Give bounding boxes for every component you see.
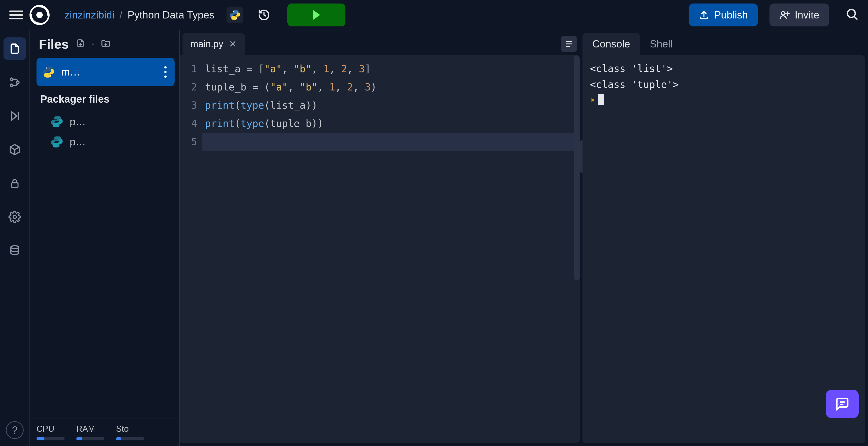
publish-label: Publish: [714, 9, 748, 21]
rail-database-icon[interactable]: [3, 239, 26, 262]
files-title: Files: [39, 36, 69, 52]
file-row-main[interactable]: m…: [36, 58, 175, 86]
meter-cpu[interactable]: CPU: [36, 424, 65, 440]
upload-icon: [699, 10, 709, 20]
rail-files-icon[interactable]: [3, 37, 26, 60]
meter-ram-label: RAM: [76, 424, 104, 434]
format-code-icon[interactable]: [561, 36, 577, 52]
breadcrumb-owner[interactable]: zinzinzibidi: [65, 9, 115, 21]
svg-marker-13: [12, 112, 17, 120]
chat-fab[interactable]: [826, 390, 859, 418]
svg-point-2: [233, 11, 234, 12]
play-icon: [313, 10, 320, 20]
meter-storage-label: Sto: [116, 424, 144, 434]
breadcrumb-separator: /: [120, 9, 122, 21]
rail-settings-icon[interactable]: [3, 206, 26, 228]
svg-point-5: [781, 11, 785, 15]
new-file-icon[interactable]: [76, 39, 85, 50]
run-button[interactable]: [287, 3, 345, 26]
packager-file-row[interactable]: p…: [36, 132, 175, 152]
language-python-icon[interactable]: [226, 6, 243, 23]
python-file-icon: [42, 66, 55, 78]
packager-file-label: p…: [70, 116, 86, 128]
svg-point-1: [36, 12, 43, 18]
invite-icon: [779, 10, 789, 20]
console-panel: Console Shell <class 'list'><class 'tupl…: [583, 30, 868, 446]
invite-button[interactable]: Invite: [770, 3, 829, 26]
packager-file-row[interactable]: p…: [36, 112, 175, 132]
app-header: zinzinzibidi / Python Data Types Publish…: [0, 0, 868, 30]
chat-icon: [835, 397, 849, 411]
history-icon[interactable]: [255, 6, 272, 23]
svg-rect-16: [11, 183, 18, 187]
close-tab-icon[interactable]: ✕: [229, 39, 237, 49]
divider-dot: [92, 43, 94, 45]
code-editor[interactable]: 12345 list_a = ["a", "b", 1, 2, 3]tuple_…: [180, 55, 580, 443]
svg-point-3: [236, 18, 237, 19]
svg-point-11: [10, 84, 13, 87]
svg-point-17: [13, 215, 17, 218]
breadcrumb-title[interactable]: Python Data Types: [128, 9, 214, 21]
file-menu-icon[interactable]: [162, 66, 169, 78]
publish-button[interactable]: Publish: [689, 3, 758, 26]
editor-tab[interactable]: main.py ✕: [183, 33, 245, 55]
search-icon[interactable]: [845, 7, 859, 23]
python-file-icon: [51, 115, 63, 128]
invite-label: Invite: [795, 9, 819, 21]
tab-shell[interactable]: Shell: [640, 33, 682, 55]
editor-scrollbar[interactable]: [574, 55, 580, 443]
meter-storage[interactable]: Sto: [116, 424, 144, 440]
rail-help-icon[interactable]: ?: [6, 421, 24, 439]
editor-tab-label: main.py: [190, 39, 223, 49]
rail-secrets-icon[interactable]: [3, 172, 26, 195]
new-folder-icon[interactable]: [101, 38, 111, 50]
svg-point-18: [11, 246, 19, 249]
tool-rail: ?: [0, 30, 30, 446]
rail-version-control-icon[interactable]: [3, 71, 26, 94]
packager-file-label: p…: [70, 136, 86, 148]
files-panel: Files m… Packager files p…: [30, 30, 180, 446]
editor-panel: main.py ✕ 12345 list_a = ["a", "b", 1, 2…: [180, 30, 583, 446]
svg-point-10: [10, 78, 13, 81]
file-row-label: m…: [61, 66, 155, 78]
svg-point-23: [46, 68, 47, 69]
packager-section-label: Packager files: [36, 86, 175, 112]
python-file-icon: [51, 136, 63, 148]
console-output[interactable]: <class 'list'><class 'tuple'>‣: [583, 55, 865, 443]
replit-logo[interactable]: [30, 5, 50, 25]
svg-point-24: [50, 75, 51, 76]
rail-debugger-icon[interactable]: [3, 105, 26, 127]
meter-ram[interactable]: RAM: [76, 424, 104, 440]
svg-line-9: [854, 16, 857, 19]
menu-icon[interactable]: [9, 10, 23, 20]
resource-meters: CPU RAM Sto: [30, 418, 179, 446]
meter-cpu-label: CPU: [36, 424, 65, 434]
breadcrumb: zinzinzibidi / Python Data Types: [65, 9, 214, 21]
tab-console[interactable]: Console: [583, 33, 640, 55]
rail-packages-icon[interactable]: [3, 138, 26, 161]
